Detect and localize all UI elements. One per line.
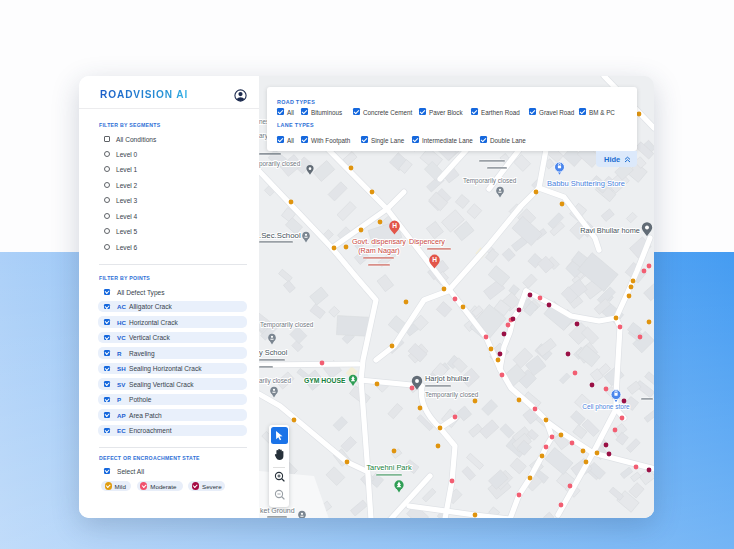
svg-text:Dispencery: Dispencery <box>409 237 445 246</box>
svg-text:Cell phone store: Cell phone store <box>582 403 630 411</box>
svg-text:Babbu Shuttering Store: Babbu Shuttering Store <box>547 179 625 188</box>
svg-text:Temporarily closed: Temporarily closed <box>463 177 517 185</box>
svg-text:Temporarily closed: Temporarily closed <box>260 321 314 329</box>
svg-text:.Sec.School: .Sec.School <box>259 231 301 240</box>
svg-text:porarily closed: porarily closed <box>259 160 301 168</box>
svg-text:Govt. dispensary: Govt. dispensary <box>352 237 406 246</box>
svg-text:Tarvehni Park: Tarvehni Park <box>366 463 411 472</box>
svg-text:Temporarily closed: Temporarily closed <box>425 391 479 399</box>
svg-text:Harjot bhullar: Harjot bhullar <box>425 374 469 383</box>
svg-text:H: H <box>432 256 437 263</box>
svg-text:y School: y School <box>259 348 288 357</box>
svg-text:Ravi Bhullar home: Ravi Bhullar home <box>580 226 640 235</box>
svg-text:arily closed: arily closed <box>259 377 291 385</box>
svg-text:GYM HOUSE: GYM HOUSE <box>304 377 346 384</box>
svg-text:H: H <box>392 222 397 229</box>
svg-text:ket Ground: ket Ground <box>260 507 295 514</box>
svg-text:(Ram Nagar): (Ram Nagar) <box>358 246 400 255</box>
